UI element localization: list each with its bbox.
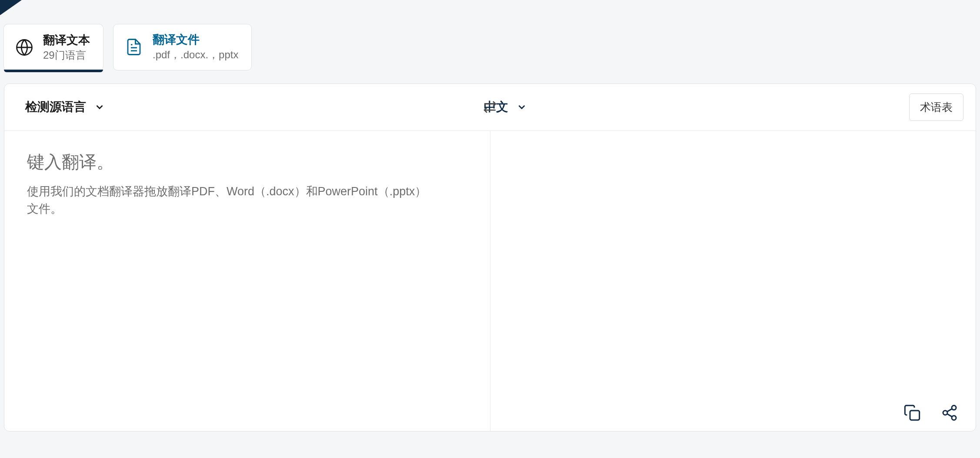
svg-line-12	[947, 409, 952, 412]
source-language-selector[interactable]: 检测源语言	[25, 99, 105, 115]
translator-panel: 检测源语言 中文	[4, 84, 976, 431]
tab-file-subtitle: .pdf，.docx.，pptx	[153, 47, 238, 62]
logo-corner	[0, 0, 22, 15]
globe-icon	[15, 38, 33, 57]
source-text-pane[interactable]: 键入翻译。 使用我们的文档翻译器拖放翻译PDF、Word（.docx）和Powe…	[4, 131, 490, 431]
source-language-label: 检测源语言	[25, 99, 86, 115]
tab-text-subtitle: 29门语言	[43, 48, 90, 63]
tab-file-content: 翻译文件 .pdf，.docx.，pptx	[153, 32, 238, 62]
tab-translate-file[interactable]: 翻译文件 .pdf，.docx.，pptx	[113, 24, 252, 70]
svg-point-10	[952, 415, 956, 420]
language-bar: 检测源语言 中文	[4, 84, 976, 131]
copy-icon[interactable]	[903, 404, 921, 421]
tab-text-title: 翻译文本	[43, 33, 90, 48]
target-text-pane	[490, 131, 976, 431]
tab-translate-text[interactable]: 翻译文本 29门语言	[3, 24, 103, 70]
document-icon	[125, 38, 143, 56]
mode-tabs: 翻译文本 29门语言 翻译文件 .pdf，.docx.，pptx	[0, 0, 980, 70]
glossary-button[interactable]: 术语表	[909, 94, 963, 121]
svg-point-8	[952, 405, 956, 410]
swap-icon	[483, 100, 497, 114]
tab-text-content: 翻译文本 29门语言	[43, 33, 90, 63]
tab-file-title: 翻译文件	[153, 32, 238, 47]
input-placeholder-desc: 使用我们的文档翻译器拖放翻译PDF、Word（.docx）和PowerPoint…	[27, 183, 427, 218]
svg-point-9	[943, 411, 947, 415]
share-icon[interactable]	[941, 404, 958, 421]
output-actions	[903, 404, 958, 421]
source-lang-area: 检测源语言	[4, 99, 451, 115]
svg-rect-7	[910, 411, 920, 420]
chevron-down-icon	[516, 101, 527, 113]
swap-languages-button[interactable]	[478, 95, 502, 119]
target-lang-area: 中文	[451, 99, 910, 115]
svg-line-11	[947, 414, 952, 417]
input-placeholder-title: 键入翻译。	[27, 150, 467, 174]
chevron-down-icon	[94, 101, 105, 113]
content-area: 键入翻译。 使用我们的文档翻译器拖放翻译PDF、Word（.docx）和Powe…	[4, 131, 976, 431]
